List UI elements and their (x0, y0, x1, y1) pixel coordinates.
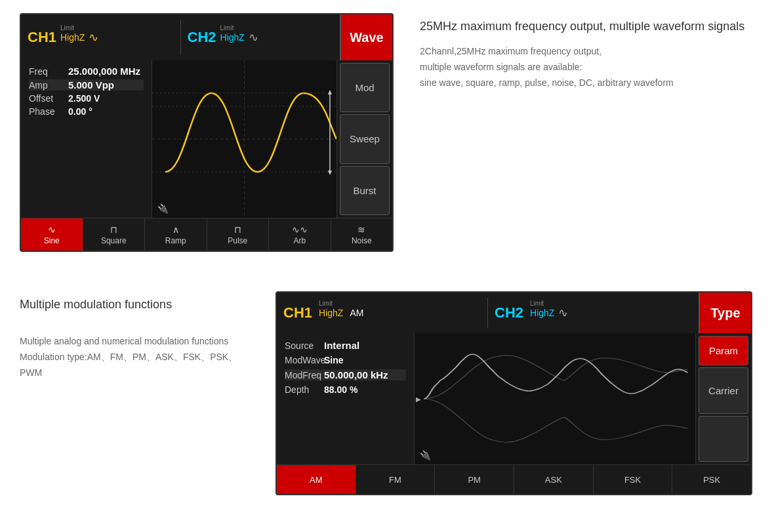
source-value: Internal (324, 340, 359, 351)
arb-wave-btn[interactable]: ∿∿ Arb (269, 218, 331, 251)
ch2-label: CH2 (188, 29, 216, 46)
depth-label: Depth (285, 384, 319, 395)
am-btn-label: AM (310, 475, 323, 485)
ch1-highz: HighZ (60, 32, 85, 43)
fsk-btn[interactable]: FSK (594, 465, 673, 494)
screen2-ch2-limit: Limit (530, 300, 544, 307)
arrow-icon: ▶ (416, 396, 421, 403)
pulse-wave-btn[interactable]: ⊓ Pulse (207, 218, 270, 251)
side-buttons-panel: Mod Sweep Burst (336, 60, 392, 218)
waveform-selector-bar: ∿ Sine ⊓ Square ∧ Ramp ⊓ Pulse ∿∿ Arb (21, 218, 392, 251)
offset-value: 2.500 V (68, 93, 100, 104)
top-desc-line-1: 2Channl,25MHz maximum frequency output, (420, 44, 752, 60)
screen2-ch1-limit: Limit (319, 300, 333, 307)
top-desc-line-2: multiple waveform signals are available: (420, 60, 752, 75)
screen2-ch1-highz: HighZ (319, 308, 343, 318)
device-screen-1: CH1 Limit HighZ ∿ CH2 Limit High (20, 13, 394, 252)
pm-btn[interactable]: PM (435, 465, 514, 494)
sine-label: Sine (44, 236, 60, 245)
ramp-wave-btn[interactable]: ∧ Ramp (145, 218, 207, 251)
am-label: AM (350, 308, 363, 318)
modfreq-row: ModFreq 50.000,00 kHz (285, 369, 406, 380)
ch2-highz: HighZ (220, 32, 245, 43)
bottom-section-title: Multiple modulation functions (20, 298, 249, 312)
square-wave-btn[interactable]: ⊓ Square (83, 218, 146, 251)
square-label: Square (101, 236, 127, 245)
screen2-ch2-wave-icon: ∿ (558, 306, 568, 320)
freq-label: Freq (29, 66, 63, 77)
offset-row: Offset 2.500 V (29, 93, 144, 104)
square-icon: ⊓ (110, 224, 117, 235)
fm-btn-label: FM (389, 475, 401, 485)
fm-btn[interactable]: FM (356, 465, 436, 494)
modwave-label: ModWave (285, 355, 319, 365)
ch1-limit: Limit (60, 24, 74, 31)
phase-value: 0.00 ° (68, 106, 92, 117)
ramp-label: Ramp (165, 236, 186, 245)
psk-btn-label: PSK (703, 475, 720, 485)
side-buttons-panel-2: Param Carrier (695, 333, 751, 464)
ch2-limit: Limit (220, 24, 234, 31)
am-waveform-display: 🔌 ▶ (415, 333, 695, 464)
svg-rect-9 (415, 333, 695, 464)
sweep-button[interactable]: Sweep (340, 114, 390, 163)
ramp-icon: ∧ (173, 224, 179, 235)
ch2-wave-icon: ∿ (249, 30, 258, 45)
sine-icon: ∿ (48, 224, 56, 235)
am-btn[interactable]: AM (277, 465, 356, 494)
ch1-wave-icon: ∿ (89, 30, 98, 45)
pulse-label: Pulse (228, 236, 247, 245)
waveform-display: 🔌 (152, 60, 336, 218)
freq-value: 25.000,000 MHz (68, 66, 140, 77)
screen2-ch2-label: CH2 (495, 304, 523, 321)
arb-label: Arb (293, 236, 306, 245)
amp-label: Amp (29, 80, 63, 91)
modwave-value: Sine (324, 355, 344, 365)
modfreq-value: 50.000,00 kHz (324, 369, 388, 380)
param-button[interactable]: Param (699, 336, 748, 365)
noise-wave-btn[interactable]: ≋ Noise (331, 218, 393, 251)
wave-button[interactable]: Wave (340, 14, 392, 60)
sine-wave-btn[interactable]: ∿ Sine (21, 218, 83, 251)
carrier-button[interactable]: Carrier (699, 367, 748, 414)
source-row: Source Internal (285, 340, 406, 351)
bottom-description: Multiple modulation functions Multiple a… (20, 291, 249, 380)
depth-value: 88.00 % (324, 384, 357, 395)
screen2-ch2-highz: HighZ (530, 308, 554, 318)
mod-button[interactable]: Mod (340, 63, 390, 112)
depth-row: Depth 88.00 % (285, 384, 406, 395)
bottom-desc-line-1: Multiple analog and numerical modulation… (20, 334, 249, 350)
noise-label: Noise (352, 236, 372, 245)
screen2-usb-icon: 🔌 (420, 450, 431, 460)
top-section-title: 25MHz maximum frequency output, multiple… (420, 20, 752, 33)
ask-btn[interactable]: ASK (514, 465, 594, 494)
modwave-row: ModWave Sine (285, 355, 406, 365)
ask-btn-label: ASK (545, 475, 562, 485)
source-label: Source (285, 340, 319, 351)
amp-value: 5.000 Vpp (68, 79, 114, 91)
top-description: 25MHz maximum frequency output, multiple… (420, 13, 752, 91)
phase-row: Phase 0.00 ° (29, 106, 144, 117)
modfreq-label: ModFreq (285, 370, 319, 380)
fsk-btn-label: FSK (624, 475, 641, 485)
freq-row: Freq 25.000,000 MHz (29, 66, 144, 77)
bottom-desc-line-2: Modulation type:AM、FM、PM、ASK、FSK、PSK、PWM (20, 350, 249, 381)
psk-btn[interactable]: PSK (672, 465, 751, 494)
modulation-selector-bar: AM FM PM ASK FSK PSK (277, 464, 751, 494)
noise-icon: ≋ (357, 224, 365, 235)
top-desc-line-3: sine wave, square, ramp, pulse, noise, D… (420, 75, 752, 91)
screen2-ch1-label: CH1 (283, 304, 312, 321)
extra-button[interactable] (699, 416, 748, 462)
burst-button[interactable]: Burst (340, 166, 390, 215)
arb-icon: ∿∿ (292, 224, 308, 235)
pm-btn-label: PM (468, 475, 481, 485)
offset-label: Offset (29, 93, 63, 104)
phase-label: Phase (29, 106, 63, 117)
type-button[interactable]: Type (699, 293, 751, 333)
device-screen-2: CH1 Limit HighZ AM CH2 Limit Hig (275, 291, 752, 495)
amp-row: Amp 5.000 Vpp (29, 79, 144, 91)
ch1-label: CH1 (28, 29, 56, 46)
pulse-icon: ⊓ (234, 224, 241, 235)
usb-icon: 🔌 (157, 203, 169, 214)
